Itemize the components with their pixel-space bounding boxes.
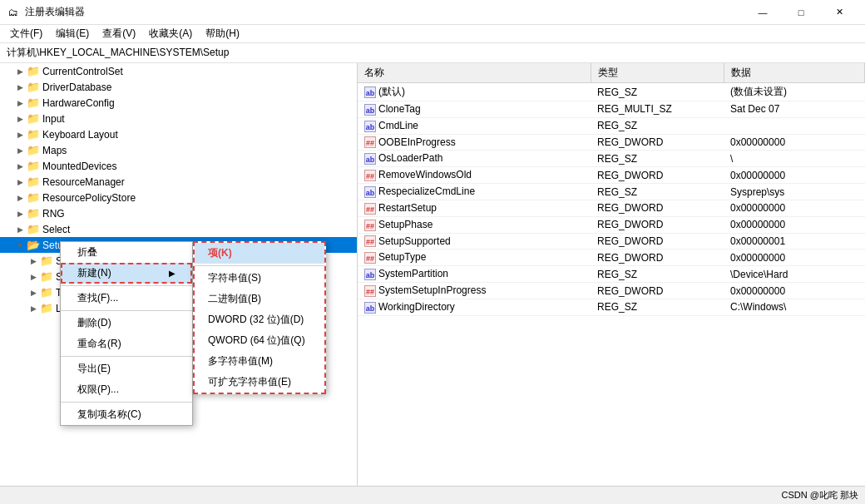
col-data[interactable]: 数据 <box>724 63 865 83</box>
table-row[interactable]: ##SetupSupported REG_DWORD 0x00000001 <box>358 233 865 250</box>
status-bar: CSDN @叱咤 那块 <box>0 486 865 504</box>
address-bar: 计算机\HKEY_LOCAL_MACHINE\SYSTEM\Setup <box>0 43 865 63</box>
table-row[interactable]: abRespecializeCmdLine REG_SZ Sysprep\sys <box>358 184 865 200</box>
reg-type: REG_DWORD <box>591 167 724 184</box>
reg-type: REG_SZ <box>591 184 724 200</box>
reg-type: REG_DWORD <box>591 200 724 216</box>
tree-item-resourcemanager[interactable]: ▶ 📁 ResourceManager <box>0 174 357 190</box>
reg-data: 0x00000000 <box>724 216 865 233</box>
ctx-separator-2 <box>61 310 192 311</box>
reg-data: 0x00000000 <box>724 134 865 151</box>
tree-item-mounteddevices[interactable]: ▶ 📁 MountedDevices <box>0 158 357 174</box>
table-row[interactable]: abCmdLine REG_SZ <box>358 117 865 134</box>
reg-name: ##SetupSupported <box>358 233 591 250</box>
reg-name: abRespecializeCmdLine <box>358 184 591 200</box>
tree-item-maps[interactable]: ▶ 📁 Maps <box>0 142 357 158</box>
table-row[interactable]: ##RemoveWindowsOld REG_DWORD 0x00000000 <box>358 167 865 184</box>
sub-item-qword[interactable]: QWORD (64 位)值(Q) <box>195 330 324 351</box>
context-menu: 折叠 新建(N) ▶ 查找(F)... 删除(D) 重命名(R) 导出(E) 权… <box>60 241 193 426</box>
sub-item-dword[interactable]: DWORD (32 位)值(D) <box>195 309 324 330</box>
reg-name: abCmdLine <box>358 117 591 134</box>
maximize-button[interactable]: □ <box>782 0 820 25</box>
ctx-separator-4 <box>61 402 192 403</box>
table-row[interactable]: abSystemPartition REG_SZ \Device\Hard <box>358 266 865 283</box>
ctx-delete[interactable]: 删除(D) <box>61 313 192 334</box>
registry-values-panel: 名称 类型 数据 ab(默认) REG_SZ (数值未设置) abCloneTa… <box>358 63 865 486</box>
address-text: 计算机\HKEY_LOCAL_MACHINE\SYSTEM\Setup <box>7 46 229 60</box>
reg-name: ##RestartSetup <box>358 200 591 216</box>
tree-item-hardwareconfig[interactable]: ▶ 📁 HardwareConfig <box>0 95 357 111</box>
tree-item-resourcepolicystore[interactable]: ▶ 📁 ResourcePolicyStore <box>0 190 357 205</box>
sub-item-binary[interactable]: 二进制值(B) <box>195 289 324 309</box>
window-title: 注册表编辑器 <box>25 5 85 19</box>
table-row[interactable]: ##RestartSetup REG_DWORD 0x00000000 <box>358 200 865 216</box>
reg-type: REG_DWORD <box>591 216 724 233</box>
col-name[interactable]: 名称 <box>358 63 591 83</box>
app-icon: 🗂 <box>7 6 20 19</box>
tree-item-keyboardlayout[interactable]: ▶ 📁 Keyboard Layout <box>0 126 357 142</box>
ctx-export[interactable]: 导出(E) <box>61 358 192 379</box>
sub-separator <box>195 265 324 266</box>
reg-data <box>724 117 865 134</box>
reg-name: abWorkingDirectory <box>358 299 591 315</box>
ctx-new[interactable]: 新建(N) ▶ <box>61 263 192 284</box>
minimize-button[interactable]: — <box>744 0 782 25</box>
ctx-separator-1 <box>61 285 192 286</box>
reg-data: Sysprep\sys <box>724 184 865 200</box>
reg-data: 0x00000000 <box>724 283 865 299</box>
sub-item-key[interactable]: 项(K) <box>195 243 324 264</box>
reg-data: 0x00000000 <box>724 167 865 184</box>
table-row[interactable]: ##SetupPhase REG_DWORD 0x00000000 <box>358 216 865 233</box>
table-row[interactable]: abOsLoaderPath REG_SZ \ <box>358 151 865 167</box>
reg-data: 0x00000000 <box>724 200 865 216</box>
menu-favorites[interactable]: 收藏夹(A) <box>142 26 199 42</box>
sub-item-multistring[interactable]: 多字符串值(M) <box>195 351 324 372</box>
tree-item-rng[interactable]: ▶ 📁 RNG <box>0 205 357 221</box>
table-row[interactable]: abCloneTag REG_MULTI_SZ Sat Dec 07 <box>358 101 865 118</box>
table-row[interactable]: ab(默认) REG_SZ (数值未设置) <box>358 83 865 101</box>
ctx-copy-name[interactable]: 复制项名称(C) <box>61 404 192 425</box>
reg-type: REG_DWORD <box>591 233 724 250</box>
reg-data: C:\Windows\ <box>724 299 865 315</box>
reg-data: 0x00000001 <box>724 233 865 250</box>
tree-item-currentcontrolset[interactable]: ▶ 📁 CurrentControlSet <box>0 63 357 79</box>
reg-name: ab(默认) <box>358 83 591 101</box>
reg-type: REG_MULTI_SZ <box>591 101 724 118</box>
reg-name: abSystemPartition <box>358 266 591 283</box>
reg-type: REG_SZ <box>591 117 724 134</box>
menu-edit[interactable]: 编辑(E) <box>49 26 96 42</box>
close-button[interactable]: ✕ <box>820 0 858 25</box>
ctx-permissions[interactable]: 权限(P)... <box>61 379 192 400</box>
window-controls: — □ ✕ <box>744 0 858 25</box>
reg-data: Sat Dec 07 <box>724 101 865 118</box>
ctx-find[interactable]: 查找(F)... <box>61 288 192 309</box>
reg-data: 0x00000000 <box>724 250 865 266</box>
table-row[interactable]: ##OOBEInProgress REG_DWORD 0x00000000 <box>358 134 865 151</box>
reg-type: REG_DWORD <box>591 134 724 151</box>
reg-name: ##SetupType <box>358 250 591 266</box>
ctx-rename[interactable]: 重命名(R) <box>61 334 192 354</box>
menu-file[interactable]: 文件(F) <box>3 26 49 42</box>
reg-data: (数值未设置) <box>724 83 865 101</box>
reg-name: ##RemoveWindowsOld <box>358 167 591 184</box>
col-type[interactable]: 类型 <box>591 63 724 83</box>
menu-help[interactable]: 帮助(H) <box>199 26 246 42</box>
sub-item-expandstring[interactable]: 可扩充字符串值(E) <box>195 372 324 393</box>
reg-type: REG_SZ <box>591 266 724 283</box>
table-row[interactable]: ##SystemSetupInProgress REG_DWORD 0x0000… <box>358 283 865 299</box>
reg-type: REG_DWORD <box>591 250 724 266</box>
reg-data: \Device\Hard <box>724 266 865 283</box>
reg-data: \ <box>724 151 865 167</box>
tree-item-select[interactable]: ▶ 📁 Select <box>0 221 357 237</box>
reg-type: REG_DWORD <box>591 283 724 299</box>
ctx-separator-3 <box>61 356 192 357</box>
table-row[interactable]: ##SetupType REG_DWORD 0x00000000 <box>358 250 865 266</box>
tree-item-input[interactable]: ▶ 📁 Input <box>0 111 357 126</box>
table-row[interactable]: abWorkingDirectory REG_SZ C:\Windows\ <box>358 299 865 315</box>
sub-item-string[interactable]: 字符串值(S) <box>195 268 324 289</box>
menu-view[interactable]: 查看(V) <box>96 26 142 42</box>
ctx-collapse[interactable]: 折叠 <box>61 242 192 263</box>
tree-item-driverdatabase[interactable]: ▶ 📁 DriverDatabase <box>0 79 357 95</box>
reg-type: REG_SZ <box>591 299 724 315</box>
reg-type: REG_SZ <box>591 151 724 167</box>
